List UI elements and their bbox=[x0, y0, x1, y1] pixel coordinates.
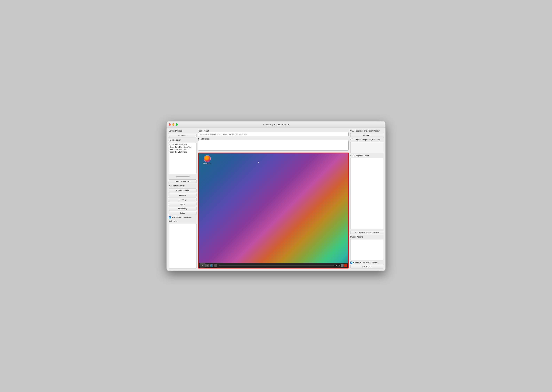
vnc-taskbar-icon-2[interactable]: 🌐 bbox=[210, 264, 213, 267]
firefox-icon-label: Firefox W... bbox=[203, 162, 212, 164]
task-list-item[interactable]: Search for the product: " bbox=[169, 148, 196, 150]
enable-auto-transitions-label: Enable Auto Transitions bbox=[172, 216, 192, 218]
vnc-taskbar-icon-3[interactable]: □ bbox=[214, 264, 217, 267]
vnc-taskbar-power-icon[interactable] bbox=[344, 264, 347, 267]
right-bottom-section: Enable Auto Execute Actions Run Actions bbox=[350, 261, 383, 268]
vlm-original-label: VLM Original Response (read only) bbox=[350, 139, 383, 140]
connect-control-label: Connect Control bbox=[169, 130, 196, 132]
enable-auto-transitions-checkbox[interactable] bbox=[169, 216, 171, 218]
close-button[interactable] bbox=[169, 123, 171, 126]
run-actions-button[interactable]: Run Actions bbox=[350, 265, 383, 268]
maximize-button[interactable] bbox=[176, 123, 178, 126]
start-automaton-button[interactable]: Start Automaton bbox=[169, 189, 196, 192]
acting-button[interactable]: acting bbox=[169, 202, 196, 206]
planning-button[interactable]: planning bbox=[169, 197, 196, 201]
minimize-button[interactable] bbox=[172, 123, 174, 126]
sub-tasks-label: Sub Tasks bbox=[169, 220, 196, 222]
send-prompt-textarea[interactable] bbox=[198, 140, 349, 151]
automaton-control-label: Automaton Control bbox=[169, 185, 196, 187]
vlm-original-response-box bbox=[350, 142, 383, 153]
firefox-icon-image bbox=[204, 155, 211, 162]
traffic-lights bbox=[169, 123, 178, 126]
reload-task-list-button[interactable]: Reload Task List bbox=[169, 180, 196, 183]
left-panel: Connect Control Re-connect Task Selectio… bbox=[169, 130, 196, 268]
prepare-button[interactable]: prepare bbox=[169, 193, 196, 197]
send-prompt-label: Send Prompt bbox=[198, 138, 349, 140]
vnc-taskbar-time: 16:59 bbox=[335, 264, 340, 266]
send-prompt-section: Send Prompt bbox=[198, 138, 349, 151]
task-selection-label: Task Selection bbox=[169, 139, 196, 141]
main-window: ScreenAgent VNC Viewer Connect Control R… bbox=[166, 121, 386, 271]
vnc-taskbar-icon-1[interactable]: ⊞ bbox=[205, 264, 209, 267]
sub-tasks-box[interactable] bbox=[169, 224, 196, 268]
cursor bbox=[258, 162, 259, 163]
parsed-actions-label: Parsed Actions bbox=[350, 236, 383, 238]
center-panel: Task Prompt Send Prompt Firefox W... bbox=[198, 130, 349, 268]
vnc-canvas: Firefox W... ▲ ⊞ 🌐 □ 16:59 bbox=[199, 153, 348, 268]
task-prompt-input[interactable] bbox=[198, 132, 349, 136]
vnc-display[interactable]: Firefox W... ▲ ⊞ 🌐 □ 16:59 bbox=[198, 153, 349, 268]
task-list-item[interactable]: Open the URL: https://Am bbox=[169, 146, 196, 148]
vnc-taskbar: ▲ ⊞ 🌐 □ 16:59 bbox=[199, 263, 348, 268]
taskbar-progress bbox=[218, 265, 334, 266]
task-prompt-section: Task Prompt bbox=[198, 130, 349, 136]
vlm-editor-label: VLM Response Editor bbox=[350, 155, 383, 157]
enable-auto-execute-label: Enable Auto Execute Actions bbox=[353, 261, 378, 264]
firefox-desktop-icon[interactable]: Firefox W... bbox=[203, 155, 212, 164]
window-title: ScreenAgent VNC Viewer bbox=[263, 123, 289, 126]
vlm-editor-box[interactable] bbox=[350, 158, 383, 229]
finish-button[interactable]: finish bbox=[169, 211, 196, 215]
evaluating-button[interactable]: evaluating bbox=[169, 207, 196, 210]
enable-auto-execute-checkbox[interactable] bbox=[350, 261, 352, 264]
task-list-item[interactable]: Open firefox browser bbox=[169, 144, 196, 146]
task-list-scrollbar[interactable] bbox=[176, 176, 189, 177]
parsed-actions-box[interactable] bbox=[350, 239, 383, 260]
vnc-start-button[interactable]: ▲ bbox=[200, 263, 205, 268]
enable-auto-transitions-row: Enable Auto Transitions bbox=[169, 216, 196, 218]
automaton-buttons: Start Automaton prepare planning acting … bbox=[169, 189, 196, 215]
titlebar: ScreenAgent VNC Viewer bbox=[167, 121, 385, 128]
try-parse-actions-button[interactable]: Try to parse actions in editor bbox=[350, 231, 383, 234]
right-panel: VLM Response and Action Display Clear Al… bbox=[350, 130, 383, 268]
clear-all-button[interactable]: Clear All bbox=[350, 133, 383, 137]
task-prompt-label: Task Prompt bbox=[198, 130, 349, 132]
enable-auto-execute-row: Enable Auto Execute Actions bbox=[350, 261, 383, 264]
reconnect-button[interactable]: Re-connect bbox=[169, 134, 196, 137]
task-list-item[interactable]: Open the Start Menu bbox=[169, 151, 196, 153]
vnc-taskbar-sys-icon bbox=[341, 264, 343, 267]
vlm-response-label: VLM Response and Action Display bbox=[350, 130, 383, 132]
task-list-box[interactable]: Open firefox browser Open the URL: https… bbox=[169, 143, 196, 174]
